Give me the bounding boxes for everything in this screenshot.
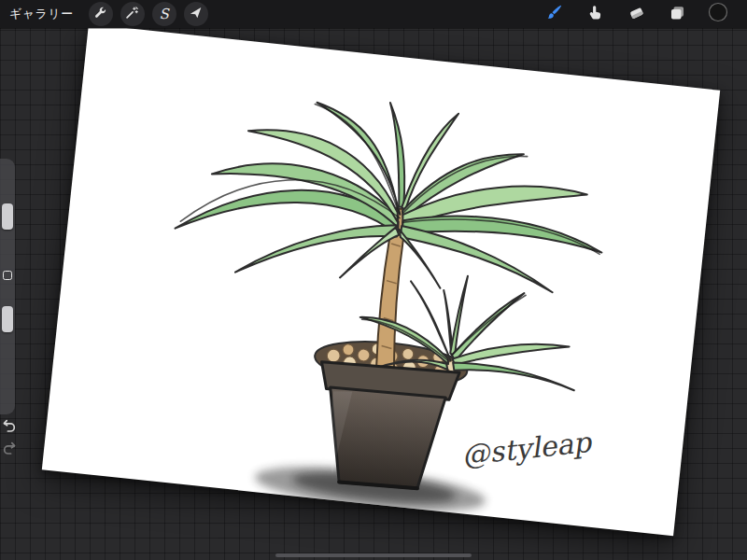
opacity-slider[interactable] [2, 306, 13, 332]
transform-arrow-icon [189, 6, 203, 23]
eraser-icon [627, 4, 645, 25]
paint-brush-button[interactable] [542, 2, 566, 26]
current-color-circle [710, 4, 727, 21]
plant-artwork: @styleap [42, 24, 720, 536]
paint-brush-icon-paths [547, 5, 560, 18]
color-swatch-icon [708, 2, 728, 26]
top-toolbar: ギャラリー S [0, 0, 747, 28]
modify-button[interactable] [3, 271, 12, 280]
redo-button[interactable] [2, 441, 17, 455]
transform-button[interactable] [184, 2, 208, 26]
smudge-finger-icon [586, 4, 604, 25]
undo-arrow-icon [2, 420, 17, 436]
wrench-icon [93, 6, 107, 23]
layers-button[interactable] [665, 2, 689, 26]
selection-button[interactable]: S [152, 2, 176, 26]
drawing-canvas[interactable]: @styleap [42, 24, 720, 536]
adjustments-button[interactable] [120, 2, 145, 26]
paint-brush-icon [545, 4, 563, 25]
color-button[interactable] [706, 2, 730, 26]
redo-arrow-icon [2, 442, 17, 458]
paint-tools-group [542, 2, 738, 26]
actions-button[interactable] [89, 2, 113, 26]
magic-wand-icon [125, 6, 139, 23]
layers-icon [669, 4, 686, 25]
artist-signature: @styleap [460, 426, 595, 472]
side-toolbar [0, 159, 15, 414]
smudge-button[interactable] [583, 2, 607, 26]
home-indicator[interactable] [275, 553, 472, 557]
gallery-button[interactable]: ギャラリー [9, 6, 74, 22]
eraser-button[interactable] [624, 2, 648, 26]
brush-size-slider[interactable] [2, 203, 13, 230]
selection-s-icon: S [160, 7, 169, 21]
undo-button[interactable] [2, 418, 17, 433]
